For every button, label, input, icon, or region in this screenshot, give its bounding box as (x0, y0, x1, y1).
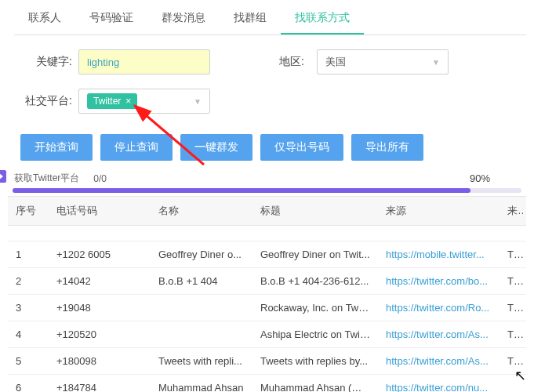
progress-percent: 90% (470, 172, 490, 184)
keyword-input[interactable] (78, 49, 210, 74)
region-select[interactable]: 美国 ▼ (317, 49, 449, 74)
cell-phone: +184784 (49, 382, 151, 392)
cell-extra: Tv (499, 249, 523, 260)
cell-extra: Tv (499, 302, 523, 314)
stop-query-button[interactable]: 停止查询 (100, 134, 173, 161)
platform-tag: Twitter × (87, 93, 137, 109)
col-title: 标题 (252, 204, 378, 218)
progress-track (13, 188, 521, 193)
cell-name: Tweets with repli... (151, 355, 252, 367)
cell-source[interactable]: https://twitter.com/As... (378, 328, 499, 340)
status-counter: 0/0 (93, 173, 107, 184)
cell-title: Tweets with replies by... (252, 355, 378, 367)
table-body: 1+1202 6005Geoffrey Diner o...Geoffrey D… (8, 226, 526, 392)
cell-title: Rockaway, Inc. on Twit... (252, 302, 378, 314)
cell-phone: +180098 (49, 355, 151, 367)
keyword-label: 关键字: (20, 55, 72, 69)
cell-source[interactable]: https://twitter.com/As... (378, 355, 499, 367)
cell-index: 2 (8, 275, 49, 287)
platform-tag-label: Twitter (93, 96, 121, 107)
cell-title: Muhammad Ahsan (@... (252, 382, 378, 392)
cell-source[interactable]: https://twitter.com/bo... (378, 275, 499, 287)
cell-title: Geoffrey Diner on Twit... (252, 249, 378, 260)
region-value: 美国 (325, 55, 346, 69)
table-spacer (8, 226, 526, 241)
cell-source[interactable]: https://twitter.com/nu... (378, 382, 499, 392)
play-icon[interactable] (0, 170, 6, 183)
col-extra: 来 (499, 204, 523, 218)
table-header: 序号 电话号码 名称 标题 来源 来 (8, 196, 526, 226)
cell-title: Ashipa Electric on Twit... (252, 328, 378, 340)
cell-source[interactable]: https://twitter.com/Ro... (378, 302, 499, 314)
chevron-down-icon: ▼ (194, 97, 202, 106)
table-row[interactable]: 2+14042B.o.B +1 404B.o.B +1 404-236-612.… (8, 268, 526, 295)
results-table: 序号 电话号码 名称 标题 来源 来 1+1202 6005Geoffrey D… (8, 196, 526, 392)
cell-source[interactable]: https://mobile.twitter... (378, 249, 499, 260)
cell-index: 5 (8, 355, 49, 367)
export-all-button[interactable]: 导出所有 (351, 134, 423, 161)
tab-broadcast[interactable]: 群发消息 (147, 3, 220, 34)
table-row[interactable]: 1+1202 6005Geoffrey Diner o...Geoffrey D… (8, 241, 526, 268)
cell-index: 1 (8, 249, 49, 260)
cell-phone: +1202 6005 (49, 249, 151, 260)
filter-panel: 关键字: 地区: 美国 ▼ 社交平台: Twitter × ▼ (8, 35, 526, 134)
table-row[interactable]: 4+120520Ashipa Electric on Twit...https:… (8, 321, 526, 348)
action-buttons: 开始查询 停止查询 一键群发 仅导出号码 导出所有 (8, 134, 526, 169)
tab-contacts[interactable]: 联系人 (14, 3, 75, 34)
cell-name: Geoffrey Diner o... (151, 249, 252, 260)
cell-phone: +14042 (49, 275, 151, 287)
tab-findcontact[interactable]: 找联系方式 (281, 3, 364, 34)
cell-phone: +19048 (49, 302, 151, 314)
status-row: 获取Twitter平台 0/0 90% (8, 169, 526, 188)
table-row[interactable]: 5+180098Tweets with repli...Tweets with … (8, 348, 526, 375)
cell-name: Muhammad Ahsan (151, 382, 252, 392)
cell-phone: +120520 (49, 328, 151, 340)
progress-bar (13, 188, 470, 193)
tab-bar: 联系人 号码验证 群发消息 找群组 找联系方式 (14, 5, 526, 35)
status-label: 获取Twitter平台 (14, 172, 79, 185)
chevron-down-icon: ▼ (432, 58, 440, 67)
cell-extra: Tv (499, 328, 523, 340)
region-label: 地区: (279, 55, 311, 69)
platform-select[interactable]: Twitter × ▼ (78, 89, 210, 114)
table-row[interactable]: 3+19048Rockaway, Inc. on Twit...https://… (8, 295, 526, 321)
col-source: 来源 (378, 204, 499, 218)
cell-extra: Tv (499, 275, 523, 287)
cell-name: B.o.B +1 404 (151, 275, 252, 287)
col-name: 名称 (151, 204, 252, 218)
platform-label: 社交平台: (20, 94, 72, 108)
cell-title: B.o.B +1 404-236-612... (252, 275, 378, 287)
cell-extra: Tv (499, 355, 523, 367)
tab-verify[interactable]: 号码验证 (75, 3, 147, 34)
start-query-button[interactable]: 开始查询 (20, 134, 93, 161)
cell-index: 3 (8, 302, 49, 314)
table-row[interactable]: 6+184784Muhammad AhsanMuhammad Ahsan (@.… (8, 375, 526, 392)
tag-close-icon[interactable]: × (125, 96, 131, 107)
broadcast-button[interactable]: 一键群发 (180, 134, 252, 161)
col-index: 序号 (8, 204, 49, 218)
cell-index: 6 (8, 382, 49, 392)
cell-index: 4 (8, 328, 49, 340)
tab-findgroup[interactable]: 找群组 (220, 3, 281, 34)
export-numbers-button[interactable]: 仅导出号码 (260, 134, 343, 161)
col-phone: 电话号码 (49, 204, 151, 218)
